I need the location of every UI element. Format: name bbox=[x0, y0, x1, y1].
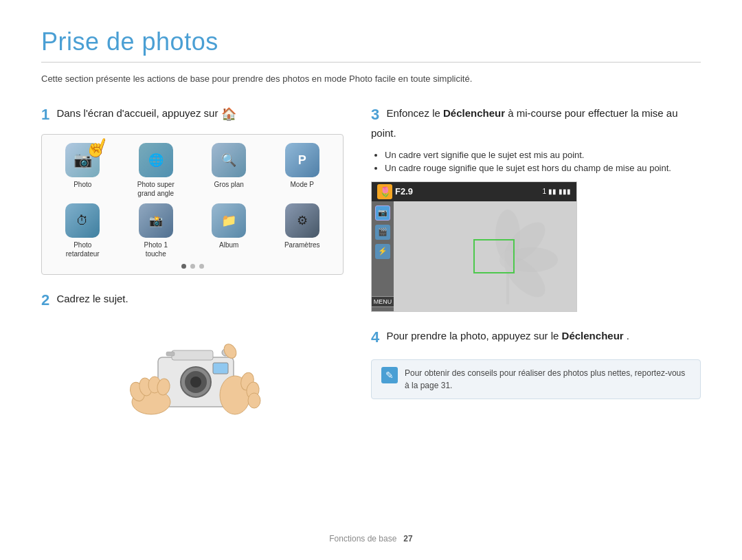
step2-section: 2 Cadrez le sujet. bbox=[41, 289, 344, 436]
step2-text: Cadrez le sujet. bbox=[56, 293, 128, 304]
step4-heading: 4 Pour prendre la photo, appuyez sur le … bbox=[371, 326, 701, 348]
app-grid-row1: 📷 ☝️ Photo 🌐 Photo supergrand angle bbox=[49, 143, 336, 198]
photo-sg-icon-emoji: 🌐 bbox=[148, 153, 164, 168]
vf-card-icon: ▮▮▮ bbox=[559, 188, 571, 195]
step3-heading: 3 Enfoncez le Déclencheur à mi-course po… bbox=[371, 103, 701, 142]
app-item-photo-sg[interactable]: 🌐 Photo supergrand angle bbox=[122, 143, 190, 198]
retard-icon-emoji: ⏱ bbox=[76, 214, 89, 228]
app-label-photo1: Photo 1touche bbox=[144, 240, 168, 258]
step1-text: Dans l'écran d'accueil, appuyez sur bbox=[56, 107, 218, 119]
title-divider bbox=[41, 62, 701, 63]
vf-sidebar: 📷 🎬 ⚡ MENU bbox=[372, 201, 394, 311]
app-label-photo-sg: Photo supergrand angle bbox=[137, 180, 175, 198]
svg-rect-7 bbox=[166, 352, 175, 356]
app-icon-photo: 📷 ☝️ bbox=[65, 143, 100, 177]
app-grid-row2: ⏱ Photoretardateur 📸 Photo 1touche bbox=[49, 203, 336, 258]
step3-bold: Déclencheur bbox=[443, 107, 505, 119]
step1-heading: 1 Dans l'écran d'accueil, appuyez sur 🏠 bbox=[41, 103, 344, 126]
album-icon-emoji: 📁 bbox=[221, 213, 236, 228]
vf-right-icons: 1 ▮▮ ▮▮▮ bbox=[542, 188, 571, 195]
app-label-gros: Gros plan bbox=[214, 180, 244, 189]
vf-tulip-icon: 🌷 bbox=[377, 184, 392, 199]
app-grid-container: 📷 ☝️ Photo 🌐 Photo supergrand angle bbox=[41, 134, 344, 275]
vf-mode-photo-icon: 📷 bbox=[375, 205, 390, 221]
app-item-photo1[interactable]: 📸 Photo 1touche bbox=[122, 203, 190, 258]
intro-text: Cette section présente les actions de ba… bbox=[41, 74, 701, 84]
info-icon-symbol: ✎ bbox=[385, 370, 394, 381]
app-icon-photo1: 📸 bbox=[139, 203, 173, 238]
step4-text: Pour prendre la photo, appuyez sur le bbox=[386, 330, 559, 341]
app-item-modep[interactable]: P Mode P bbox=[269, 143, 337, 198]
svg-point-16 bbox=[248, 393, 260, 408]
vf-counter: 1 bbox=[542, 188, 546, 195]
step4-text-end: . bbox=[627, 330, 629, 341]
vf-f-value: F2.9 bbox=[395, 186, 413, 197]
step2-number: 2 bbox=[41, 291, 49, 309]
app-item-album[interactable]: 📁 Album bbox=[195, 203, 263, 258]
right-column: 3 Enfoncez le Déclencheur à mi-course po… bbox=[371, 103, 701, 443]
app-icon-album: 📁 bbox=[212, 203, 246, 238]
app-item-gros[interactable]: 🔍 Gros plan bbox=[195, 143, 263, 198]
info-box: ✎ Pour obtenir des conseils pour réalise… bbox=[371, 359, 701, 399]
vf-menu-button: MENU bbox=[371, 296, 394, 307]
page-title: Prise de photos bbox=[41, 27, 701, 56]
vf-body: 📷 🎬 ⚡ MENU bbox=[372, 201, 576, 311]
page-container: Prise de photos Cette section présente l… bbox=[0, 0, 742, 560]
app-item-params[interactable]: ⚙ Paramètres bbox=[269, 203, 337, 258]
viewfinder: 🌷 F2.9 1 ▮▮ ▮▮▮ 📷 🎬 ⚡ bbox=[371, 181, 577, 312]
app-label-album: Album bbox=[219, 240, 238, 249]
modep-icon-letter: P bbox=[298, 153, 306, 168]
main-content: 1 Dans l'écran d'accueil, appuyez sur 🏠 … bbox=[41, 103, 701, 443]
home-icon: 🏠 bbox=[221, 107, 236, 121]
photo1-icon-emoji: 📸 bbox=[149, 214, 163, 227]
step1-section: 1 Dans l'écran d'accueil, appuyez sur 🏠 … bbox=[41, 103, 344, 275]
info-icon: ✎ bbox=[381, 367, 398, 383]
dot-3 bbox=[199, 264, 204, 269]
app-label-retard: Photoretardateur bbox=[66, 240, 100, 258]
viewfinder-top-bar: 🌷 F2.9 1 ▮▮ ▮▮▮ bbox=[372, 182, 576, 201]
step4-bold: Déclencheur bbox=[562, 330, 624, 341]
info-box-text: Pour obtenir des conseils pour réaliser … bbox=[405, 367, 690, 392]
vf-flash-icon: ⚡ bbox=[375, 244, 390, 259]
gros-icon-emoji: 🔍 bbox=[221, 153, 236, 168]
step3-text-pre: Enfoncez le bbox=[386, 107, 440, 119]
vf-mode-video-icon: 🎬 bbox=[375, 225, 390, 240]
step4-section: 4 Pour prendre la photo, appuyez sur le … bbox=[371, 326, 701, 348]
app-item-retard[interactable]: ⏱ Photoretardateur bbox=[49, 203, 117, 258]
app-icon-modep: P bbox=[285, 143, 319, 177]
bullet-item-1: Un cadre vert signifie que le sujet est … bbox=[385, 150, 701, 160]
step2-heading: 2 Cadrez le sujet. bbox=[41, 289, 344, 311]
pagination-dots bbox=[49, 264, 336, 269]
step4-number: 4 bbox=[371, 328, 379, 346]
app-label-photo: Photo bbox=[74, 180, 91, 189]
app-label-params: Paramètres bbox=[284, 240, 320, 249]
svg-rect-1 bbox=[172, 350, 213, 360]
app-label-modep: Mode P bbox=[291, 180, 314, 189]
dot-1 bbox=[181, 264, 186, 269]
page-number: 27 bbox=[403, 534, 412, 544]
bullet-item-2: Un cadre rouge signifie que le sujet est… bbox=[385, 163, 701, 173]
focus-square bbox=[473, 239, 515, 273]
vf-main bbox=[394, 201, 576, 311]
dot-2 bbox=[190, 264, 195, 269]
svg-rect-5 bbox=[213, 363, 228, 374]
page-footer: Fonctions de base 27 bbox=[0, 534, 742, 544]
bullet-list: Un cadre vert signifie que le sujet est … bbox=[385, 150, 701, 173]
app-icon-photo-sg: 🌐 bbox=[139, 143, 173, 177]
step3-section: 3 Enfoncez le Déclencheur à mi-course po… bbox=[371, 103, 701, 312]
params-icon-emoji: ⚙ bbox=[297, 213, 308, 228]
app-icon-retard: ⏱ bbox=[65, 203, 100, 238]
vf-icon-row: 🌷 F2.9 bbox=[377, 184, 413, 199]
step3-number: 3 bbox=[371, 106, 379, 123]
app-icon-params: ⚙ bbox=[285, 203, 319, 238]
vf-battery-icon: ▮▮ bbox=[548, 188, 556, 195]
footer-text: Fonctions de base bbox=[329, 534, 396, 544]
svg-point-4 bbox=[190, 377, 201, 388]
left-column: 1 Dans l'écran d'accueil, appuyez sur 🏠 … bbox=[41, 103, 344, 443]
app-item-photo[interactable]: 📷 ☝️ Photo bbox=[49, 143, 117, 198]
app-icon-gros: 🔍 bbox=[212, 143, 246, 177]
step1-number: 1 bbox=[41, 106, 49, 123]
camera-hands-illustration bbox=[110, 320, 275, 436]
